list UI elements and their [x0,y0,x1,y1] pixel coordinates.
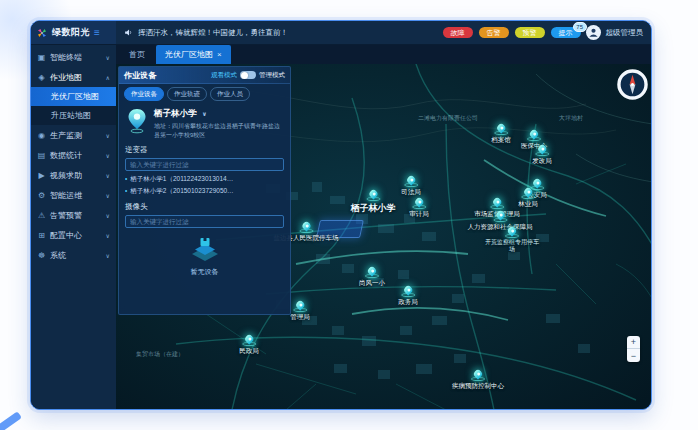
topbar-right: 故障告警预警提示75 超级管理员 [435,21,652,44]
map-marker-档案馆[interactable]: 档案馆 [491,124,511,145]
badge-告警[interactable]: 告警 [479,27,509,38]
work-device-panel: 作业设备 观看模式 管理模式 作业设备作业轨迹作业人员 [118,66,291,315]
sidebar-item-智能运维[interactable]: ⚙智能运维∨ [31,185,116,205]
map-marker-尚风一小[interactable]: 尚风一小 [359,267,385,288]
sidebar-item-数据统计[interactable]: ▤数据统计∨ [31,145,116,165]
map-marker-开荒监察组专用停车场[interactable]: 开荒监察组专用停车场 [484,227,540,253]
compass-widget[interactable] [617,69,648,100]
page-background: 绿数阳光 ≡ 挥洒汗水，铸就辉煌！中国健儿，勇往直前！ 故障告警预警提示75 [0,0,698,430]
marker-label: 开荒监察组专用停车场 [484,239,540,253]
chevron-icon: ∨ [106,192,110,199]
avatar[interactable] [586,25,601,40]
marker-label: 管理局 [290,313,310,322]
empty-text: 暂无设备 [191,267,219,277]
tab-pv-map[interactable]: 光伏厂区地图 × [156,45,231,64]
speaker-icon [124,28,133,37]
site-dropdown[interactable]: 栖子林小学 ∨ [154,108,284,120]
chevron-icon: ∨ [106,152,110,159]
chevron-icon: ∨ [106,212,110,219]
chevron-icon: ∨ [106,132,110,139]
section-label-inverter: 逆变器 [119,141,290,157]
marker-label: 栖子林小学 [351,202,396,215]
marker-label: 发改局 [532,157,552,166]
site-address: 地址：四川省攀枝花市盐边县栖子镇青年路盐边县第一小学校9校区 [154,122,284,139]
map-marker-司法局[interactable]: 司法局 [401,176,421,197]
chevron-icon: ∨ [106,252,110,259]
map-marker-林业局[interactable]: 林业局 [518,188,538,209]
status-badges: 故障告警预警提示75 [443,27,581,38]
tab-close-icon[interactable]: × [217,50,222,59]
sidebar-item-label: 生产监测 [50,130,82,141]
panel-tab-作业人员[interactable]: 作业人员 [210,87,250,101]
panel-header: 作业设备 观看模式 管理模式 [119,67,290,84]
badge-提示[interactable]: 提示75 [551,27,581,38]
chevron-icon: ∨ [106,172,110,179]
sidebar-item-视频求助[interactable]: ▶视频求助∨ [31,165,116,185]
monitor-icon: ◉ [37,131,46,140]
pinwheel-logo-icon [36,27,48,39]
marker-label: 林业局 [518,200,538,209]
system-icon: ☸ [37,251,46,260]
tab-home[interactable]: 首页 [120,45,154,64]
map-marker-民政局[interactable]: 民政局 [239,335,259,356]
sidebar-item-配置中心[interactable]: ⊞配置中心∨ [31,225,116,245]
marker-label: 民政局 [239,347,259,356]
sidebar-nav: ▣智能终端∨◈作业地图∧光伏厂区地图升压站地图◉生产监测∨▤数据统计∨▶视频求助… [31,45,116,410]
zoom-in-button[interactable]: + [627,336,640,349]
panel-tab-作业轨迹[interactable]: 作业轨迹 [167,87,207,101]
marker-label: 档案馆 [491,136,511,145]
sidebar-item-生产监测[interactable]: ◉生产监测∨ [31,125,116,145]
sidebar-item-智能终端[interactable]: ▣智能终端∨ [31,47,116,67]
sidebar-subitem-升压站地图[interactable]: 升压站地图 [31,106,116,125]
sidebar-item-label: 系统 [50,250,66,261]
marker-label: 政务局 [398,298,418,307]
camera-empty-state: 暂无设备 [119,229,290,277]
site-name: 栖子林小学 [154,108,197,118]
decorative-corner-tick [0,411,22,430]
user-icon [588,27,599,38]
compass-icon [617,69,648,100]
camera-filter-input[interactable] [125,215,284,228]
inverter-device-list: 栖子林小学1（201122423013014…栖子林小学2（2015010237… [119,172,290,197]
brand-area: 绿数阳光 ≡ [31,21,116,44]
chevron-icon: ∨ [106,232,110,239]
map-marker-管理局[interactable]: 管理局 [290,301,310,322]
panel-tabs: 作业设备作业轨迹作业人员 [119,84,290,104]
section-label-camera: 摄像头 [119,198,290,214]
badge-故障[interactable]: 故障 [443,27,473,38]
map-marker-政务局[interactable]: 政务局 [398,286,418,307]
zoom-out-button[interactable]: − [627,349,640,362]
panel-tab-作业设备[interactable]: 作业设备 [124,87,164,101]
mode-label-left[interactable]: 观看模式 [211,71,237,80]
alarm-icon: ⚠ [37,211,46,220]
map-marker-疾病预防控制中心[interactable]: 疾病预防控制中心 [452,370,504,391]
sidebar-item-系统[interactable]: ☸系统∨ [31,245,116,265]
sidebar-item-告警预警[interactable]: ⚠告警预警∨ [31,205,116,225]
sidebar-subitem-光伏厂区地图[interactable]: 光伏厂区地图 [31,87,116,106]
badge-预警[interactable]: 预警 [515,27,545,38]
map-place-label-集贸市场（在建）: 集贸市场（在建） [136,350,184,359]
tab-bar: 首页 光伏厂区地图 × [116,45,651,64]
mode-label-right[interactable]: 管理模式 [259,71,285,80]
chevron-icon: ∨ [106,54,110,61]
map-place-label-大坪地村: 大坪地村 [559,114,583,123]
brand-name: 绿数阳光 [52,26,90,39]
inverter-filter-input[interactable] [125,158,284,171]
panel-title: 作业设备 [124,70,156,81]
chevron-icon: ∧ [106,74,110,81]
mode-toggle[interactable] [240,71,256,79]
username[interactable]: 超级管理员 [606,28,644,38]
device-list-item[interactable]: 栖子林小学1（201122423013014… [125,173,284,185]
sidebar-item-label: 智能终端 [50,52,82,63]
sidebar-item-label: 作业地图 [50,72,82,83]
map-marker-发改局[interactable]: 发改局 [532,145,552,166]
location-pin-icon [125,108,149,139]
map-canvas[interactable]: 档案馆医保中心发改局公安局林业局司法局审计局市场监督管理局人力资源和社会保障局开… [116,64,651,410]
marker-label: 尚风一小 [359,279,385,288]
map-marker-栖子林小学[interactable]: 栖子林小学 [351,190,396,215]
menu-collapse-icon[interactable]: ≡ [94,28,100,38]
map-marker-审计局[interactable]: 审计局 [409,198,429,219]
sidebar-item-作业地图[interactable]: ◈作业地图∧ [31,67,116,87]
device-list-item[interactable]: 栖子林小学2（201501023729050… [125,185,284,197]
ops-icon: ⚙ [37,191,46,200]
